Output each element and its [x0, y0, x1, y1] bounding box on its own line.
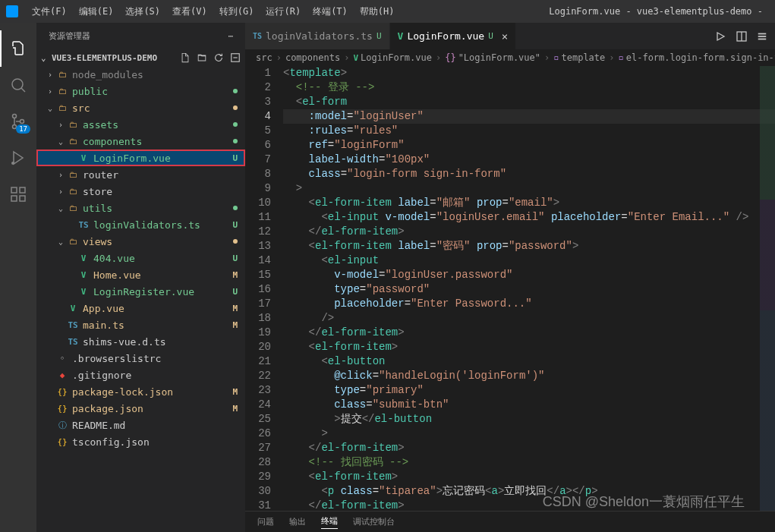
tree-item[interactable]: ⌄🗀src: [36, 99, 245, 116]
tree-item[interactable]: {}package-lock.jsonM: [36, 383, 245, 400]
svg-rect-5: [11, 187, 17, 193]
gutter: 1234567891011121314151617181920212223242…: [245, 66, 283, 511]
svg-point-1: [13, 115, 17, 118]
breadcrumb-item[interactable]: components: [285, 52, 340, 63]
tree-item[interactable]: TSshims-vue.d.ts: [36, 333, 245, 350]
editor-area: TS loginValidators.ts UV LoginForm.vue U…: [245, 23, 775, 532]
file-tree: ›🗀node_modules›🗀public⌄🗀src›🗀assets⌄🗀com…: [36, 66, 245, 532]
more-icon[interactable]: [757, 31, 767, 42]
tree-item[interactable]: TSmain.tsM: [36, 316, 245, 333]
vscode-icon: [6, 5, 18, 17]
breadcrumb-item[interactable]: src: [256, 52, 273, 63]
tree-item[interactable]: V404.vueU: [36, 250, 245, 266]
breadcrumb-item[interactable]: el-form.login-form.sign-in-form: [626, 52, 775, 63]
editor-tab[interactable]: TS loginValidators.ts U: [245, 23, 390, 49]
tree-item[interactable]: ›🗀public: [36, 83, 245, 99]
tree-item[interactable]: ⌄🗀views: [36, 233, 245, 250]
tree-item[interactable]: ◆.gitignore: [36, 367, 245, 383]
svg-rect-7: [20, 196, 25, 201]
refresh-icon[interactable]: [213, 52, 224, 63]
source-control-icon[interactable]: 17: [0, 103, 36, 140]
menu-item[interactable]: 文件(F): [26, 5, 73, 18]
search-icon[interactable]: [0, 67, 36, 103]
editor-tabs: TS loginValidators.ts UV LoginForm.vue U…: [245, 23, 775, 49]
menu-item[interactable]: 查看(V): [166, 5, 213, 18]
svg-point-3: [20, 120, 24, 124]
new-file-icon[interactable]: [180, 52, 191, 63]
menu-item[interactable]: 选择(S): [119, 5, 166, 18]
tree-item[interactable]: VApp.vueM: [36, 300, 245, 316]
editor-tab[interactable]: V LoginForm.vue U×: [390, 23, 517, 49]
tree-item[interactable]: VLoginForm.vueU: [36, 150, 245, 166]
tree-item[interactable]: {}tsconfig.json: [36, 433, 245, 450]
tree-item[interactable]: ›🗀node_modules: [36, 66, 245, 83]
sidebar: 资源管理器 ⋯ ⌄ VUE3-ELEMENTPLUS-DEMO ›🗀node_m…: [36, 23, 245, 532]
run-debug-icon[interactable]: [0, 140, 36, 176]
svg-rect-8: [20, 187, 25, 193]
menu-item[interactable]: 编辑(E): [73, 5, 120, 18]
tree-item[interactable]: VLoginRegister.vueU: [36, 283, 245, 300]
menu-item[interactable]: 转到(G): [213, 5, 260, 18]
panel-tab[interactable]: 调试控制台: [353, 516, 395, 527]
tree-item[interactable]: TSloginValidators.tsU: [36, 216, 245, 233]
panel-tab[interactable]: 终端: [321, 515, 338, 529]
more-icon[interactable]: ⋯: [228, 31, 233, 41]
project-name: VUE3-ELEMENTPLUS-DEMO: [52, 53, 157, 63]
menu-item[interactable]: 终端(T): [307, 5, 354, 18]
breadcrumb-item[interactable]: template: [561, 52, 605, 63]
new-folder-icon[interactable]: [197, 52, 207, 63]
split-icon[interactable]: [736, 30, 748, 42]
run-icon[interactable]: [714, 30, 726, 42]
tree-item[interactable]: ›🗀router: [36, 166, 245, 183]
titlebar: 文件(F)编辑(E)选择(S)查看(V)转到(G)运行(R)终端(T)帮助(H)…: [0, 0, 775, 23]
minimap[interactable]: [760, 66, 775, 511]
code-content[interactable]: <template> <!-- 登录 --> <el-form :model="…: [283, 66, 775, 511]
tree-item[interactable]: ⓘREADME.md: [36, 417, 245, 433]
tree-item[interactable]: ◦.browserslistrc: [36, 350, 245, 367]
explorer-icon[interactable]: [0, 30, 36, 67]
tree-item[interactable]: ›🗀assets: [36, 116, 245, 133]
tree-item[interactable]: ⌄🗀components: [36, 133, 245, 150]
menu-item[interactable]: 运行(R): [260, 5, 307, 18]
svg-rect-11: [758, 33, 767, 34]
menu-item[interactable]: 帮助(H): [354, 5, 401, 18]
project-header[interactable]: ⌄ VUE3-ELEMENTPLUS-DEMO: [36, 49, 245, 66]
panel-tabs: 问题输出终端调试控制台: [245, 511, 775, 532]
breadcrumb[interactable]: src› components›V LoginForm.vue›{} "Logi…: [245, 49, 775, 66]
panel-tab[interactable]: 问题: [257, 516, 274, 527]
tree-item[interactable]: VHome.vueM: [36, 266, 245, 283]
scm-badge: 17: [16, 124, 30, 134]
extensions-icon[interactable]: [0, 176, 36, 212]
sidebar-header: 资源管理器 ⋯: [36, 23, 245, 49]
panel-tab[interactable]: 输出: [289, 516, 306, 527]
svg-rect-6: [11, 196, 17, 201]
sidebar-title: 资源管理器: [49, 30, 90, 42]
svg-rect-12: [758, 36, 767, 37]
chevron-down-icon: ⌄: [41, 53, 52, 63]
tree-item[interactable]: ›🗀store: [36, 183, 245, 200]
svg-point-0: [12, 79, 23, 90]
svg-point-4: [11, 162, 14, 165]
editor[interactable]: 1234567891011121314151617181920212223242…: [245, 66, 775, 511]
close-icon[interactable]: ×: [502, 30, 508, 42]
activitybar: 17: [0, 23, 36, 532]
svg-rect-13: [758, 38, 767, 39]
tree-item[interactable]: {}package.jsonM: [36, 400, 245, 417]
collapse-icon[interactable]: [230, 52, 241, 63]
breadcrumb-item[interactable]: "LoginForm.vue": [458, 52, 540, 63]
tree-item[interactable]: ⌄🗀utils: [36, 200, 245, 216]
breadcrumb-item[interactable]: LoginForm.vue: [361, 52, 432, 63]
window-title: LoginForm.vue - vue3-elementplus-demo -: [401, 6, 770, 17]
